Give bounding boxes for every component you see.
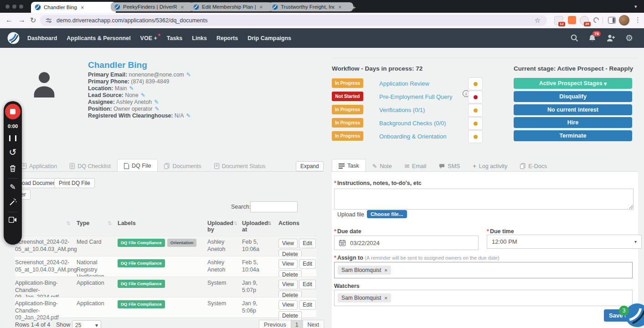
nav-item-drip-campaigns[interactable]: Drip Campaigns [247, 35, 291, 41]
browser-menu-icon[interactable]: ⋮ [634, 16, 641, 24]
effects-wand-icon[interactable] [9, 198, 17, 206]
nav-item-voe[interactable]: VOE + [140, 35, 157, 41]
back-icon[interactable]: ← [5, 16, 13, 24]
notifications-bell-icon[interactable]: 76 [588, 34, 596, 42]
due-time-select[interactable]: 12:00 PM ▾ [487, 235, 642, 249]
edit-icon[interactable]: ✎ [154, 99, 159, 105]
view-button[interactable]: View [278, 280, 298, 289]
edit-icon[interactable]: ✎ [129, 85, 134, 92]
view-button[interactable]: View [278, 300, 298, 310]
remove-tag-icon[interactable]: × [384, 267, 387, 273]
expand-button[interactable]: Expand [296, 161, 324, 171]
stage-dropdown-button[interactable]: Active Prospect Stages ▾ [514, 78, 632, 89]
sort-icon[interactable]: ⇅ [66, 220, 70, 226]
tab-dq-checklist[interactable]: DQ Checklist [63, 160, 117, 172]
table-row[interactable]: Screenshot_2024-02-05_at_10.04.03_AM.png… [15, 236, 316, 256]
tab-close-icon[interactable]: × [259, 4, 263, 10]
sort-icon[interactable]: ⇅ [233, 220, 237, 226]
tab-task[interactable]: Task [332, 159, 366, 172]
delete-button[interactable]: Delete [278, 311, 302, 321]
table-row[interactable]: Application-Bing-Chandler-09_Jan_2024.pd… [15, 297, 316, 318]
restart-recording-icon[interactable]: ↺ [9, 147, 17, 158]
tab-document-status[interactable]: Document Status [208, 160, 272, 172]
tab-dq-file[interactable]: DQ File [117, 159, 158, 172]
extension-icon-spiral[interactable] [592, 16, 600, 24]
edit-icon[interactable]: ✎ [155, 106, 159, 112]
sort-icon[interactable]: ⇅ [108, 220, 112, 226]
next-page-button[interactable]: Next [303, 320, 325, 328]
table-row[interactable]: Screenshot_2024-02-05_at_10.04.03_AM.png… [15, 256, 316, 277]
camera-icon[interactable] [9, 217, 17, 223]
extension-icon-pin[interactable]: 20 [580, 16, 589, 25]
workflow-step-link[interactable]: Pre-Employment Full Query [379, 93, 452, 100]
workflow-step-checkbox[interactable] [468, 104, 483, 117]
traffic-light-zoom[interactable] [19, 5, 23, 9]
workflow-step-link[interactable]: Application Review [379, 80, 429, 87]
tab-log-activity[interactable]: +Log activity [466, 160, 514, 172]
site-info-icon[interactable] [46, 17, 52, 24]
current-page-button[interactable]: 1 [291, 320, 303, 328]
browser-tab[interactable]: Edit Membership Plan | Drive × [190, 2, 273, 11]
extension-icon-calendar[interactable]: 12 [554, 16, 563, 25]
side-panel-icon[interactable] [608, 17, 616, 24]
search-icon[interactable] [571, 34, 578, 42]
column-header-uploaded-by[interactable]: Uploaded by [207, 220, 234, 233]
tab-note[interactable]: ✎Note [366, 160, 398, 172]
edit-button[interactable]: Edit [299, 300, 316, 310]
file-name[interactable]: Screenshot_2024-02-05_at_10.04.03_AM.png [15, 259, 74, 273]
tab-sms[interactable]: SMS [433, 160, 466, 172]
workflow-step-checkbox[interactable] [468, 91, 483, 103]
gear-icon[interactable]: ⚙ [625, 33, 633, 43]
add-user-icon[interactable] [606, 34, 615, 42]
url-bar[interactable]: demo.driverreachapp.com/applications/536… [40, 15, 547, 26]
traffic-light-minimize[interactable] [12, 5, 16, 9]
nav-item-applicants[interactable]: Applicants & Personnel [67, 35, 130, 41]
workflow-step-link[interactable]: Onboarding & Orientation [379, 133, 446, 140]
previous-page-button[interactable]: Previous [259, 320, 291, 328]
column-header-labels[interactable]: Labels [118, 220, 136, 226]
file-name[interactable]: Application-Bing-Chandler-09_Jan_2024.pd… [15, 300, 74, 322]
tab-application[interactable]: Application [15, 160, 63, 172]
profile-avatar[interactable] [619, 15, 629, 26]
workflow-step-link[interactable]: Verifications (0/1) [379, 107, 425, 113]
nav-item-tasks[interactable]: Tasks [167, 35, 183, 41]
driverreach-logo[interactable] [7, 32, 20, 44]
workflow-step-checkbox[interactable] [468, 130, 483, 143]
remove-tag-icon[interactable]: × [384, 295, 387, 301]
view-button[interactable]: View [278, 239, 298, 248]
chevron-down-icon[interactable]: ▾ [634, 4, 637, 10]
instructions-textarea[interactable] [334, 189, 634, 210]
bookmark-star-icon[interactable]: ☆ [535, 16, 541, 25]
hire-button[interactable]: Hire [514, 117, 632, 128]
page-size-select[interactable]: 25▾ [72, 320, 101, 328]
workflow-step-checkbox[interactable] [468, 117, 483, 130]
assign-to-field[interactable]: Sam Bloomquist× [334, 262, 633, 278]
tab-edocs[interactable]: E-Docs [514, 160, 553, 172]
forward-icon[interactable]: → [18, 16, 26, 24]
table-row[interactable]: Application-Bing-Chandler-09_Jan_2024.pd… [15, 277, 316, 297]
browser-tab-active[interactable]: Chandler Bing × [31, 2, 116, 13]
terminate-button[interactable]: Terminate [514, 130, 632, 141]
stop-recording-button[interactable] [5, 104, 21, 119]
edit-icon[interactable]: ✎ [186, 72, 191, 78]
column-header-uploaded-at[interactable]: Uploaded at [242, 220, 267, 233]
tab-close-icon[interactable]: × [338, 4, 342, 10]
edit-button[interactable]: Edit [299, 280, 316, 289]
edit-icon[interactable]: ✎ [141, 92, 145, 98]
disqualify-button[interactable]: Disqualify [514, 91, 632, 102]
traffic-light-close[interactable] [5, 5, 10, 9]
browser-tab[interactable]: Trustworthy Freight, Inc. | Dri × [268, 2, 353, 11]
reload-icon[interactable]: ↻ [30, 16, 36, 25]
new-tab-icon[interactable]: + [352, 3, 356, 11]
trash-icon[interactable] [9, 164, 16, 172]
edit-button[interactable]: Edit [299, 239, 316, 248]
view-button[interactable]: View [278, 259, 298, 269]
tab-documents[interactable]: Documents [158, 160, 207, 172]
search-input[interactable] [250, 201, 298, 212]
extension-icon-hubspot[interactable] [568, 16, 576, 24]
column-header-type[interactable]: Type [77, 220, 89, 226]
due-date-input[interactable]: 03/22/2024 [334, 236, 479, 250]
pause-recording-icon[interactable] [9, 135, 16, 141]
print-dq-file-button[interactable]: Print DQ File [54, 178, 95, 188]
choose-file-button[interactable]: Choose file... [367, 210, 407, 218]
